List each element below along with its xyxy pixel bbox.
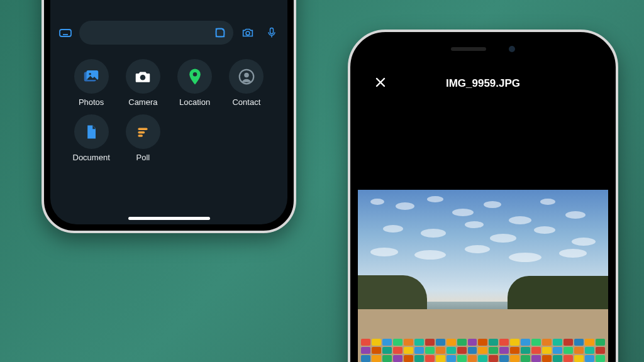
attach-label: Document [73,153,110,162]
attach-photos[interactable]: Photos [67,59,116,107]
attach-camera[interactable]: Camera [118,59,167,107]
home-indicator[interactable] [128,217,210,220]
kayaks [358,323,608,362]
attach-location[interactable]: Location [170,59,219,107]
attach-poll[interactable]: Poll [118,114,167,162]
attach-label: Photos [79,97,104,107]
front-camera [509,46,515,52]
earpiece-speaker [451,47,486,51]
attach-label: Poll [136,153,150,162]
microphone-icon[interactable] [262,23,281,42]
svg-rect-18 [138,134,143,136]
device-notch [423,40,543,58]
poll-icon [126,114,160,149]
preview-image[interactable] [358,190,608,362]
attachment-grid: Photos Camera Location [67,59,271,162]
power-button [617,151,618,207]
image-preview-screen: IMG_9959.JPG [358,40,608,362]
svg-rect-17 [138,131,145,133]
close-icon[interactable] [370,72,391,92]
volume-up-button [348,114,349,133]
whatsapp-attach-screen: Photos Camera Location [50,0,287,224]
document-icon [74,114,109,149]
location-icon [177,59,212,94]
silent-switch [348,185,349,219]
photos-icon [74,59,109,94]
camera-icon [126,59,160,94]
attach-document[interactable]: Document [67,114,116,162]
svg-point-13 [192,72,197,77]
chat-camera-icon[interactable] [238,23,257,42]
svg-rect-7 [270,28,274,34]
attach-label: Camera [128,97,157,107]
attach-contact[interactable]: Contact [222,59,271,107]
svg-point-11 [89,72,92,75]
preview-header: IMG_9959.JPG [358,71,608,96]
left-phone-mockup: Photos Camera Location [42,0,296,233]
sticker-icon[interactable] [213,26,227,40]
right-phone-mockup: IMG_9959.JPG [348,30,618,362]
svg-point-6 [246,31,250,35]
svg-point-15 [244,72,249,77]
keyboard-icon[interactable] [57,24,74,41]
attach-label: Contact [232,97,260,107]
svg-rect-0 [60,30,71,36]
svg-point-12 [140,75,146,80]
volume-down-button [348,144,349,178]
attach-label: Location [179,97,210,107]
message-input[interactable] [79,21,233,45]
chat-input-bar [57,19,281,47]
svg-rect-16 [138,128,148,129]
preview-file-title: IMG_9959.JPG [446,77,520,90]
contact-icon [229,59,264,94]
